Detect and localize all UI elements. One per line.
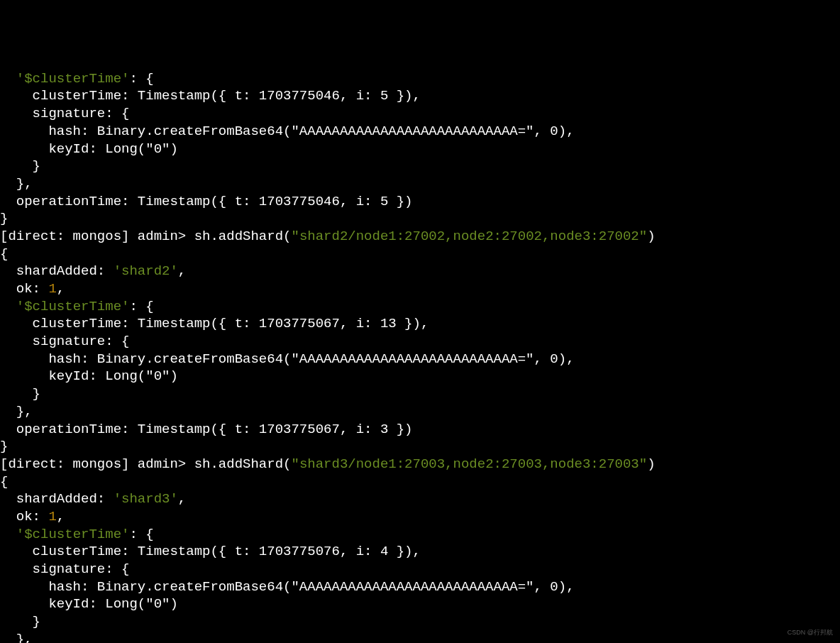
- output-line: clusterTime: Timestamp({ t: 1703775076, …: [0, 544, 421, 559]
- output-line: operationTime: Timestamp({ t: 1703775046…: [0, 194, 413, 209]
- output-line: {: [0, 246, 8, 262]
- command-text: sh.addShard(: [194, 229, 292, 244]
- output-line: ,: [178, 263, 186, 279]
- output-line: }: [0, 439, 8, 454]
- output-line: : {: [129, 527, 153, 542]
- output-line: },: [0, 404, 33, 419]
- output-line: [0, 71, 16, 87]
- output-line: clusterTime: Timestamp({ t: 1703775067, …: [0, 316, 429, 331]
- output-line: shardAdded:: [0, 263, 114, 279]
- output-line: ok:: [0, 281, 48, 297]
- output-line: shardAdded:: [0, 491, 114, 507]
- output-line: }: [0, 158, 40, 174]
- output-line: [0, 299, 16, 314]
- command-text: ): [647, 229, 655, 244]
- number-value: 1: [48, 281, 56, 297]
- output-line: },: [0, 176, 33, 192]
- output-line: signature: {: [0, 561, 129, 577]
- terminal-output[interactable]: '$clusterTime': { clusterTime: Timestamp…: [0, 70, 840, 643]
- output-line: ,: [178, 491, 186, 507]
- output-line: signature: {: [0, 106, 129, 121]
- string-arg: "shard2/node1:27002,node2:27002,node3:27…: [291, 229, 647, 244]
- output-line: },: [0, 632, 33, 643]
- output-line: hash: Binary.createFromBase64("AAAAAAAAA…: [0, 123, 575, 139]
- prompt: [direct: mongos] admin>: [0, 456, 194, 472]
- output-line: operationTime: Timestamp({ t: 1703775067…: [0, 422, 413, 437]
- output-line: keyId: Long("0"): [0, 141, 178, 157]
- output-line: : {: [129, 71, 153, 87]
- output-line: [0, 527, 16, 542]
- output-line: ,: [57, 281, 65, 297]
- output-line: }: [0, 211, 8, 226]
- output-line: hash: Binary.createFromBase64("AAAAAAAAA…: [0, 579, 575, 595]
- command-text: sh.addShard(: [194, 456, 292, 472]
- output-line: {: [0, 474, 8, 490]
- output-line: signature: {: [0, 334, 129, 349]
- string-value: 'shard2': [114, 263, 178, 279]
- watermark: CSDN @行邦航: [788, 629, 833, 637]
- output-line: clusterTime: Timestamp({ t: 1703775046, …: [0, 88, 421, 104]
- output-line: ok:: [0, 509, 48, 524]
- output-line: hash: Binary.createFromBase64("AAAAAAAAA…: [0, 351, 575, 367]
- prompt: [direct: mongos] admin>: [0, 229, 194, 244]
- output-line: keyId: Long("0"): [0, 368, 178, 384]
- cluster-time-key: '$clusterTime': [16, 299, 130, 314]
- cluster-time-key: '$clusterTime': [16, 527, 130, 542]
- command-text: ): [647, 456, 655, 472]
- output-line: }: [0, 386, 40, 402]
- string-value: 'shard3': [114, 491, 178, 507]
- output-line: : {: [129, 299, 153, 314]
- output-line: }: [0, 614, 40, 630]
- string-arg: "shard3/node1:27003,node2:27003,node3:27…: [291, 456, 647, 472]
- cluster-time-key: '$clusterTime': [16, 71, 130, 87]
- output-line: keyId: Long("0"): [0, 596, 178, 612]
- output-line: ,: [57, 509, 65, 524]
- number-value: 1: [48, 509, 56, 524]
